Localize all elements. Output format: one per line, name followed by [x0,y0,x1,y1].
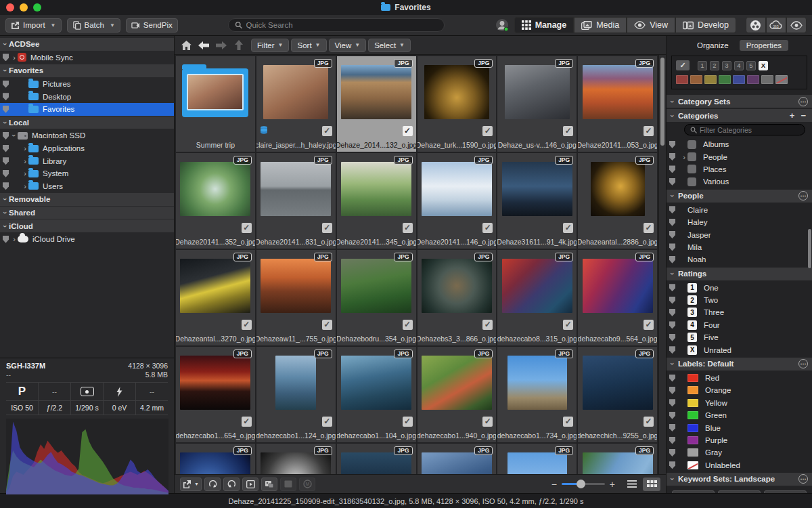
minimize-window-button[interactable] [20,3,28,12]
section-header-labels-default[interactable]: ›Labels: Default⋯ [667,358,812,371]
selected-checkbox[interactable]: ✓ [563,223,573,233]
sendpix-button[interactable]: SendPix [126,18,178,33]
color-filter-1[interactable] [690,75,702,84]
item-places[interactable]: ›Places [667,163,812,175]
section-menu-button[interactable]: ⋯ [798,191,808,200]
image-tile-dehazechich-9255-o-jpg[interactable]: JPG✓dehazechich...9255_o.jpg [578,347,657,442]
item-unrated[interactable]: ›XUnrated [667,343,812,356]
image-tile-dehazecabo1-104-o-jpg[interactable]: JPG✓dehazecabo1...104_o.jpg [337,347,416,442]
export-button[interactable]: ▼ [180,478,202,491]
selected-checkbox[interactable]: ✓ [403,320,413,330]
selected-checkbox[interactable]: ✓ [482,126,493,136]
chevron-icon[interactable]: › [22,183,28,190]
selected-checkbox[interactable]: ✓ [403,417,413,427]
category-filter-input[interactable] [700,126,799,134]
image-tile-dehazeantal-3270-o-jpg[interactable]: JPG✓Dehazeantal...3270_o.jpg [176,250,255,345]
sidebar-item-desktop[interactable]: ›Desktop [0,90,174,103]
selected-checkbox[interactable]: ✓ [563,320,573,330]
section-menu-button[interactable]: ⋯ [798,474,808,484]
item-noah[interactable]: ›Noah [667,253,812,266]
chevron-icon[interactable]: › [22,158,28,165]
image-tile-dehaze20141-352-o-jpg[interactable]: JPG✓Dehaze20141...352_o.jpg [176,153,255,249]
image-tile-dehaze-us-v-146-o-jpg[interactable]: JPG✓Dehaze_us-v...146_o.jpg [497,56,577,152]
item-checkbox[interactable] [687,140,696,149]
zoom-in-button[interactable]: + [610,479,615,490]
chevron-icon[interactable]: › [22,170,28,177]
sidebar-item-icloud-drive[interactable]: ›iCloud Drive [0,233,174,246]
sidebar-item-pictures[interactable]: ›Pictures [0,78,174,91]
item-people[interactable]: ›People [667,150,812,163]
selected-checkbox[interactable]: ✓ [322,126,332,136]
panel-scrollbar-thumb[interactable] [808,229,811,268]
image-tile-dehazecabo8-315-o-jpg[interactable]: JPG✓dehazecabo8...315_o.jpg [497,250,577,345]
keyword-button-ocean[interactable]: Ocean [718,490,761,493]
search-input[interactable] [246,21,438,29]
selected-checkbox[interactable]: ✓ [563,126,573,136]
image-tile-dehaze20141-345-o-jpg[interactable]: JPG✓Dehaze20141...345_o.jpg [337,153,416,249]
external-editor-button[interactable] [261,478,277,491]
selected-checkbox[interactable]: ✓ [482,223,493,233]
image-tile-dehaze31611-91-4k-jpg[interactable]: JPG✓Dehaze31611...91_4k.jpg [497,153,577,249]
image-tile-dehaze20141-146-o-jpg[interactable]: JPG✓Dehaze20141...146_o.jpg [418,153,497,249]
sidebar-section-removable[interactable]: ›Removable [0,193,174,206]
image-tile-dehazecabo1-940-o-jpg[interactable]: JPG✓dehazecabo1...940_o.jpg [418,347,497,442]
item-checkbox[interactable] [687,165,696,173]
slideshow-button[interactable] [242,478,258,491]
image-tile-claire-jasper-h-haley-jpg[interactable]: JPG✓claire_jasper...h_haley.jpg [256,56,336,152]
section-header-categories[interactable]: ›Categories+− [667,109,812,122]
section-menu-button[interactable]: ⋯ [798,359,808,368]
sidebar-item-macintosh-ssd[interactable]: ›Macintosh SSD [0,129,174,142]
tab-properties[interactable]: Properties [740,40,788,51]
sort-dropdown[interactable]: Sort▼ [291,39,326,52]
category-filter-search[interactable] [684,124,805,135]
selected-checkbox[interactable]: ✓ [644,320,654,330]
sidebar-section-acdsee[interactable]: ›ACDSee [0,38,174,51]
item-one[interactable]: ›1One [667,282,812,294]
rating-filter-2[interactable]: 2 [710,61,719,70]
image-tile-dehaze20141-053-o-jpg[interactable]: JPG✓Dehaze20141...053_o.jpg [578,56,657,152]
account-avatar[interactable] [495,18,509,32]
rotate-left-button[interactable] [223,478,240,491]
color-filter-5[interactable] [747,75,759,84]
item-albums[interactable]: ›Albums [667,138,812,150]
zoom-out-button[interactable]: − [551,479,557,490]
item-purple[interactable]: ›Purple [667,434,812,446]
selected-checkbox[interactable]: ✓ [322,417,332,427]
image-tile-item[interactable]: JPG [497,444,577,474]
item-unlabeled[interactable]: ›Unlabeled [667,459,812,471]
image-tile-item[interactable]: JPG [176,444,255,474]
sidebar-section-local[interactable]: ›Local [0,117,174,129]
item-claire[interactable]: ›Claire [667,204,812,216]
image-tile-dehaze20141-831-o-jpg[interactable]: JPG✓Dehaze20141...831_o.jpg [256,153,336,249]
tab-organize[interactable]: Organize [690,40,736,51]
selected-checkbox[interactable]: ✓ [482,417,493,427]
item-checkbox[interactable] [687,152,696,161]
color-filter-unlabeled[interactable] [775,75,788,84]
item-four[interactable]: ›4Four [667,319,812,331]
chevron-icon[interactable]: › [11,132,18,139]
compare-button[interactable] [280,478,296,491]
image-tile-dehazecabo1-124-o-jpg[interactable]: JPG✓dehazecabo1...124_o.jpg [256,347,336,442]
sidebar-section-icloud[interactable]: ›iCloud [0,219,174,232]
acdsee-mobile-button[interactable] [786,17,807,33]
filter-checked-toggle[interactable]: ✓ [676,60,690,70]
chevron-icon[interactable]: › [11,236,18,242]
image-tile-item[interactable]: JPG [256,444,336,474]
image-tile-item[interactable]: JPG [418,444,497,474]
item-checkbox[interactable] [687,177,696,186]
item-various[interactable]: ›Various [667,175,812,188]
rotate-right-button[interactable] [204,478,221,491]
item-red[interactable]: ›Red [667,372,812,384]
image-tile-dehazecabo1-734-o-jpg[interactable]: JPG✓dehazecabo1...734_o.jpg [497,347,577,442]
image-tile-dehazeaw11-755-o-jpg[interactable]: JPG✓Dehazeaw11_...755_o.jpg [256,250,336,345]
selected-checkbox[interactable]: ✓ [644,417,654,427]
panel-scrollbar[interactable] [807,36,812,493]
item-mila[interactable]: ›Mila [667,241,812,253]
section-header-category-sets[interactable]: ›Category Sets⋯ [667,95,812,108]
sidebar-section-shared[interactable]: ›Shared [0,207,174,219]
image-tile-item[interactable]: JPG [578,444,657,474]
selected-checkbox[interactable]: ✓ [563,417,573,427]
sidebar-section-favorites[interactable]: ›Favorites [0,64,174,77]
sidebar-item-mobile-sync[interactable]: ›Mobile Sync [0,51,174,64]
image-tile-dehazeantal-2886-o-jpg[interactable]: JPG✓Dehazeantal...2886_o.jpg [578,153,657,249]
